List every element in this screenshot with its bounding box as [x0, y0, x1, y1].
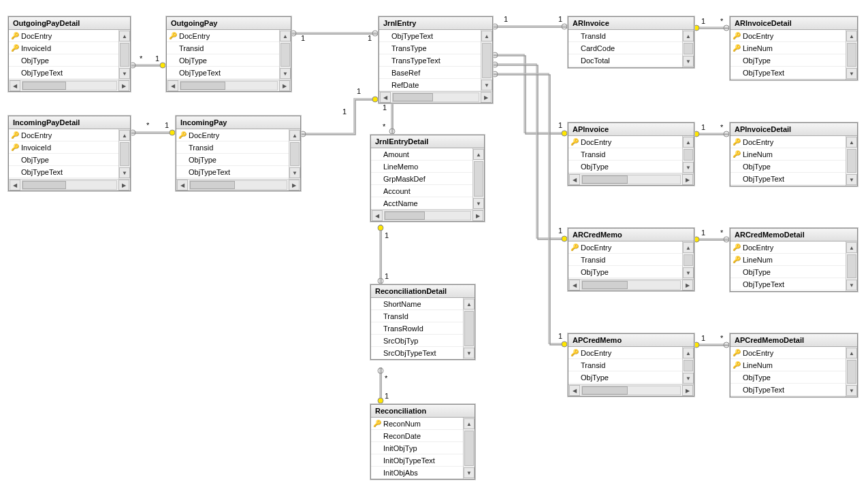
- column-row[interactable]: TransTypeText: [379, 54, 481, 67]
- column-row[interactable]: 🔑DocEntry: [730, 30, 846, 42]
- scroll-left-icon[interactable]: ◀: [569, 174, 580, 185]
- column-row[interactable]: 🔑LineNum: [730, 42, 846, 54]
- entity-ARInvoice[interactable]: ARInvoice TransIdCardCodeDocTotal▲▼: [568, 16, 694, 68]
- column-row[interactable]: CardCode: [568, 42, 682, 54]
- column-row[interactable]: 🔑DocEntry: [568, 347, 682, 359]
- scroll-down-icon[interactable]: ▼: [119, 68, 130, 79]
- scroll-thumb[interactable]: [684, 254, 693, 266]
- scroll-up-icon[interactable]: ▲: [683, 137, 694, 148]
- entity-APInvoiceDetail[interactable]: APInvoiceDetail 🔑DocEntry🔑LineNumObjType…: [730, 122, 858, 186]
- column-row[interactable]: InitObjTyp: [371, 442, 463, 454]
- scrollbar-vertical[interactable]: ▲▼: [682, 347, 694, 384]
- scroll-thumb[interactable]: [847, 254, 856, 278]
- scrollbar-vertical[interactable]: ▲▼: [481, 30, 492, 91]
- column-row[interactable]: ObjType: [730, 54, 846, 67]
- column-row[interactable]: ShortName: [371, 298, 463, 310]
- scrollbar-vertical[interactable]: ▲▼: [846, 241, 857, 291]
- column-row[interactable]: BaseRef: [379, 67, 481, 79]
- scroll-right-icon[interactable]: ▶: [682, 280, 693, 290]
- column-row[interactable]: Amount: [371, 148, 472, 161]
- entity-IncomingPay[interactable]: IncomingPay 🔑DocEntryTransidObjTypeObjTy…: [176, 116, 301, 191]
- scrollbar-vertical[interactable]: ▲▼: [463, 298, 475, 359]
- column-row[interactable]: Account: [371, 185, 472, 197]
- entity-APInvoice[interactable]: APInvoice 🔑DocEntryTransidObjType▲▼ ◀▶: [568, 122, 694, 186]
- column-row[interactable]: 🔑InvoiceId: [9, 42, 118, 54]
- scrollbar-horizontal[interactable]: ◀▶: [167, 80, 291, 91]
- scroll-left-icon[interactable]: ◀: [10, 80, 20, 91]
- scrollbar-horizontal[interactable]: ◀▶: [379, 91, 492, 103]
- entity-ARInvoiceDetail[interactable]: ARInvoiceDetail 🔑DocEntry🔑LineNumObjType…: [730, 16, 858, 80]
- entity-APCredMemo[interactable]: APCredMemo 🔑DocEntryTransidObjType▲▼ ◀▶: [568, 333, 694, 397]
- scroll-up-icon[interactable]: ▲: [473, 149, 484, 160]
- scrollbar-horizontal[interactable]: ◀▶: [568, 279, 694, 290]
- scroll-down-icon[interactable]: ▼: [683, 267, 694, 278]
- scroll-thumb[interactable]: [847, 149, 856, 173]
- scroll-thumb[interactable]: [474, 161, 483, 197]
- column-row[interactable]: ObjType: [568, 266, 682, 278]
- scrollbar-vertical[interactable]: ▲▼: [472, 148, 484, 210]
- column-row[interactable]: 🔑InvoiceId: [9, 141, 118, 154]
- scroll-down-icon[interactable]: ▼: [846, 68, 857, 79]
- column-row[interactable]: ReconDate: [371, 430, 463, 442]
- column-row[interactable]: ObjType: [9, 154, 118, 166]
- scroll-thumb[interactable]: [120, 142, 129, 166]
- column-row[interactable]: ObjType: [176, 154, 289, 166]
- scroll-thumb[interactable]: [280, 43, 290, 67]
- column-row[interactable]: ObjTypeText: [379, 30, 481, 42]
- scrollbar-vertical[interactable]: ▲▼: [118, 30, 130, 80]
- scrollbar-horizontal[interactable]: ◀▶: [9, 179, 130, 190]
- scroll-right-icon[interactable]: ▶: [279, 80, 290, 91]
- column-row[interactable]: SrcObjTyp: [371, 335, 463, 347]
- scroll-thumb[interactable]: [684, 149, 693, 161]
- scroll-down-icon[interactable]: ▼: [683, 162, 694, 173]
- scroll-left-icon[interactable]: ◀: [569, 385, 580, 396]
- column-row[interactable]: 🔑DocEntry: [568, 136, 682, 148]
- scroll-up-icon[interactable]: ▲: [481, 31, 492, 41]
- scrollbar-horizontal[interactable]: ◀▶: [9, 80, 130, 91]
- column-row[interactable]: ObjTypeText: [730, 278, 846, 290]
- scroll-down-icon[interactable]: ▼: [846, 174, 857, 185]
- scroll-right-icon[interactable]: ▶: [682, 174, 693, 185]
- column-row[interactable]: TransType: [379, 42, 481, 54]
- scroll-up-icon[interactable]: ▲: [289, 130, 300, 141]
- column-row[interactable]: ObjTypeText: [730, 173, 846, 185]
- scroll-thumb[interactable]: [684, 360, 693, 371]
- scroll-thumb[interactable]: [482, 43, 492, 78]
- column-row[interactable]: Transid: [568, 148, 682, 161]
- scroll-thumb[interactable]: [120, 43, 129, 67]
- scroll-up-icon[interactable]: ▲: [683, 31, 694, 41]
- scroll-up-icon[interactable]: ▲: [119, 31, 130, 41]
- scroll-right-icon[interactable]: ▶: [472, 210, 483, 221]
- scroll-thumb[interactable]: [684, 43, 693, 54]
- column-row[interactable]: 🔑DocEntry: [568, 241, 682, 254]
- scroll-left-icon[interactable]: ◀: [167, 80, 178, 91]
- scroll-right-icon[interactable]: ▶: [289, 180, 300, 190]
- scroll-thumb[interactable]: [847, 43, 856, 67]
- scroll-left-icon[interactable]: ◀: [372, 210, 383, 221]
- entity-ReconciliationDetail[interactable]: ReconciliationDetail ShortNameTransIdTra…: [370, 284, 475, 360]
- column-row[interactable]: ObjTypeText: [176, 166, 289, 178]
- scroll-left-icon[interactable]: ◀: [177, 180, 188, 190]
- scroll-down-icon[interactable]: ▼: [289, 167, 300, 178]
- scroll-down-icon[interactable]: ▼: [683, 373, 694, 384]
- entity-IncomingPayDetail[interactable]: IncomingPayDetail 🔑DocEntry🔑InvoiceIdObj…: [8, 116, 131, 191]
- column-row[interactable]: LineMemo: [371, 161, 472, 173]
- column-row[interactable]: 🔑DocEntry: [167, 30, 279, 42]
- entity-OutgoingPayDetail[interactable]: OutgoingPayDetail 🔑DocEntry🔑InvoiceIdObj…: [8, 16, 131, 92]
- scroll-up-icon[interactable]: ▲: [119, 130, 130, 141]
- scroll-up-icon[interactable]: ▲: [683, 348, 694, 358]
- column-row[interactable]: Transid: [568, 254, 682, 266]
- column-row[interactable]: 🔑LineNum: [730, 148, 846, 161]
- scrollbar-vertical[interactable]: ▲▼: [682, 136, 694, 173]
- scrollbar-vertical[interactable]: ▲▼: [846, 136, 857, 186]
- scrollbar-vertical[interactable]: ▲▼: [682, 30, 694, 67]
- scroll-right-icon[interactable]: ▶: [118, 180, 129, 190]
- scroll-up-icon[interactable]: ▲: [846, 31, 857, 41]
- scroll-down-icon[interactable]: ▼: [683, 56, 694, 67]
- scroll-down-icon[interactable]: ▼: [846, 385, 857, 396]
- column-row[interactable]: 🔑DocEntry: [730, 347, 846, 359]
- scroll-up-icon[interactable]: ▲: [464, 299, 475, 309]
- scroll-up-icon[interactable]: ▲: [846, 242, 857, 253]
- scroll-thumb[interactable]: [290, 142, 300, 166]
- column-row[interactable]: 🔑ReconNum: [371, 418, 463, 430]
